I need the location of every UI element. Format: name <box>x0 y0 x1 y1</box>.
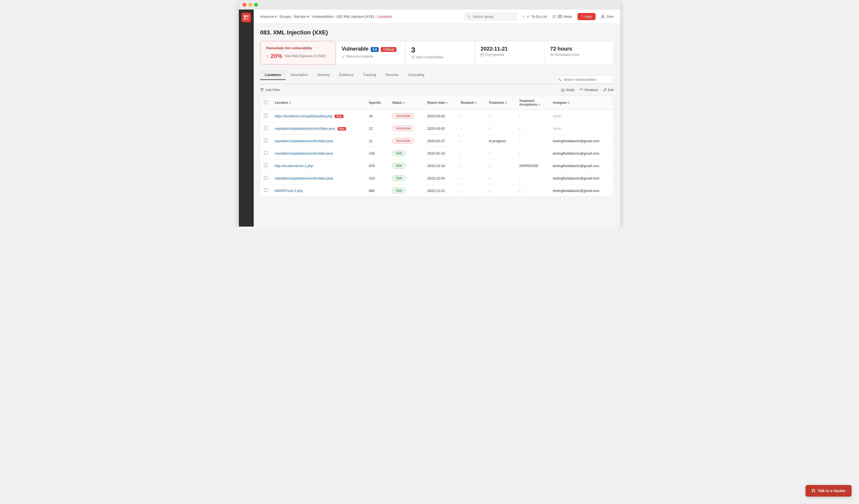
breadcrumb-narrabri[interactable]: Narrabri ▾ <box>294 15 309 18</box>
row-checkbox[interactable] <box>264 151 268 155</box>
row-assignees: testingfluidattacks@gmail.com <box>549 147 614 159</box>
news-nav[interactable]: News <box>552 14 572 19</box>
notify-button[interactable]: Notify <box>561 88 575 92</box>
notify-icon <box>561 88 564 92</box>
svg-rect-5 <box>558 15 562 18</box>
th-report-date[interactable]: Report date <box>424 96 457 110</box>
help-button[interactable]: ? Help <box>577 13 596 20</box>
app-logo[interactable] <box>241 13 251 22</box>
tab-tracking[interactable]: Tracking <box>358 70 381 80</box>
location-link[interactable]: https://localhost.com/path/prueba.php <box>275 114 332 118</box>
status-badge: Safe <box>392 150 406 156</box>
user-menu[interactable]: John <box>601 15 614 18</box>
breadcrumb-imamura[interactable]: Imamura ▾ <box>260 15 276 18</box>
row-treatment-acceptance: - <box>515 110 549 122</box>
tabs-bar: Locations Description Severity Evidence … <box>260 70 556 79</box>
critical-badge: Critical <box>381 47 396 52</box>
th-select-all[interactable] <box>260 96 271 110</box>
vulnerable-sub-label: Status and severity <box>346 55 373 58</box>
todo-label: To-Do-List <box>531 15 547 18</box>
row-location[interactable]: repofake/carpetafake/archivo2fake.java N… <box>271 122 365 135</box>
row-checkbox-cell[interactable] <box>260 135 271 147</box>
th-location[interactable]: Location <box>271 96 365 110</box>
row-location[interactable]: bWAPP/xxe-2.php <box>271 184 365 197</box>
chart-icon <box>342 55 345 58</box>
minimize-button[interactable] <box>248 3 252 6</box>
search-group-input[interactable] <box>473 15 513 18</box>
tab-records[interactable]: Records <box>381 70 403 80</box>
vulnerable-status: Vulnerable <box>342 46 368 52</box>
topnav: Imamura ▾ / Groups / Narrabri ▾ / Vulner… <box>254 10 620 24</box>
breadcrumb-vulnerabilities[interactable]: Vulnerabilities <box>312 15 333 18</box>
row-assignees: testingfluidattacks@gmail.com <box>549 184 614 197</box>
location-link[interactable]: bWAPP/xxe-2.php <box>275 189 303 193</box>
tab-locations[interactable]: Locations <box>260 70 286 80</box>
remediation-time-sub-label: Remediation time <box>555 53 579 57</box>
row-checkbox-cell[interactable] <box>260 122 271 135</box>
add-filter-btn[interactable]: Add Filter <box>260 88 280 92</box>
row-location[interactable]: repofake/carpetafake/archivofake.java <box>271 147 365 159</box>
row-treatment: In progress <box>485 135 515 147</box>
th-treatment[interactable]: Treatment <box>485 96 515 110</box>
location-link[interactable]: repofake/carpetafake/archivo2fake.java <box>275 126 335 131</box>
tab-severity[interactable]: Severity <box>313 70 334 80</box>
new-badge: New <box>337 127 346 131</box>
row-treatment: - <box>485 122 515 135</box>
first-reported-date: 2022-11-21 <box>481 46 538 52</box>
location-link[interactable]: repofake/carpetafake/archivofake.java <box>275 176 333 180</box>
todo-list-nav[interactable]: ✓ To-Do-List <box>522 15 547 18</box>
tab-description[interactable]: Description <box>286 70 313 80</box>
tabs-search-row: Locations Description Severity Evidence … <box>260 70 614 83</box>
row-location[interactable]: https://localhost.com/path/prueba.php Ne… <box>271 110 365 122</box>
row-checkbox-cell[interactable] <box>260 159 271 172</box>
row-location[interactable]: repofake/carpetafake/archivofake.java <box>271 135 365 147</box>
search-vulnerabilities-input[interactable] <box>556 75 614 83</box>
row-checkbox-cell[interactable] <box>260 110 271 122</box>
location-link[interactable]: http://localhost/xxe-1.php <box>275 164 313 168</box>
location-link[interactable]: repofake/carpetafake/archivofake.java <box>275 151 333 155</box>
reattack-button[interactable]: Reattack <box>579 88 598 92</box>
row-checkbox[interactable] <box>264 114 268 117</box>
row-assignees: testingfluidattacks@gmail.com <box>549 135 614 147</box>
add-filter-label: Add Filter <box>265 88 280 92</box>
tab-consulting[interactable]: Consulting <box>403 70 429 80</box>
select-all-checkbox[interactable] <box>264 101 268 104</box>
tab-evidence[interactable]: Evidence <box>334 70 358 80</box>
row-treatment: - <box>485 184 515 197</box>
row-treatment-acceptance: - <box>515 172 549 184</box>
row-report-date: 2023-02-27 <box>424 135 457 147</box>
th-assignees[interactable]: Assignes <box>549 96 614 110</box>
help-icon: ? <box>581 15 583 18</box>
th-reattack[interactable]: Reattack <box>457 96 485 110</box>
row-checkbox-cell[interactable] <box>260 147 271 159</box>
row-checkbox[interactable] <box>264 176 268 180</box>
row-checkbox[interactable] <box>264 126 268 130</box>
calendar-icon <box>481 53 484 56</box>
row-specific: 880 <box>365 184 389 197</box>
location-link[interactable]: repofake/carpetafake/archivofake.java <box>275 139 333 143</box>
th-status[interactable]: Status <box>389 96 424 110</box>
edit-button[interactable]: Edit <box>603 88 614 92</box>
row-checkbox[interactable] <box>264 139 268 142</box>
status-badge: Vulnerable <box>392 125 414 131</box>
row-treatment-acceptance: APPROVED <box>515 159 549 172</box>
table-row: https://localhost.com/path/prueba.php Ne… <box>260 110 614 122</box>
row-checkbox-cell[interactable] <box>260 172 271 184</box>
news-icon <box>558 14 562 19</box>
row-treatment: - <box>485 172 515 184</box>
row-checkbox-cell[interactable] <box>260 184 271 197</box>
close-button[interactable] <box>243 3 246 6</box>
breadcrumb-vuln-name[interactable]: 083.XML Injection (XXE) <box>336 15 374 18</box>
breadcrumb-groups[interactable]: Groups <box>280 15 291 18</box>
maximize-button[interactable] <box>254 3 258 6</box>
row-checkbox[interactable] <box>264 188 268 192</box>
th-treatment-acceptance[interactable]: TreatmentAcceptance <box>515 96 549 110</box>
status-badge: Safe <box>392 188 406 194</box>
reattack-icon <box>579 88 583 92</box>
vulnerable-card: Vulnerable 9.8 Critical Status and sever… <box>336 41 405 65</box>
row-checkbox[interactable] <box>264 164 268 167</box>
search-group-container[interactable] <box>464 13 517 20</box>
row-treatment: - <box>485 147 515 159</box>
row-location[interactable]: repofake/carpetafake/archivofake.java <box>271 172 365 184</box>
row-location[interactable]: http://localhost/xxe-1.php <box>271 159 365 172</box>
